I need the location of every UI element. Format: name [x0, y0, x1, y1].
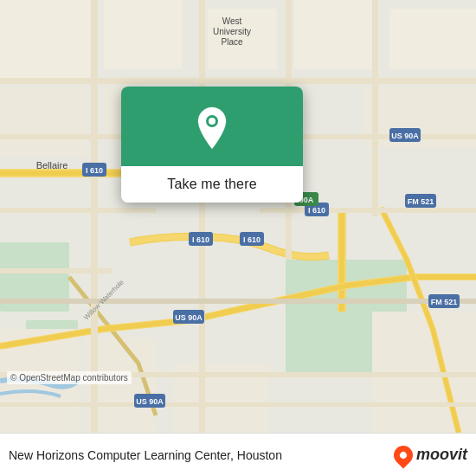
svg-text:Place: Place	[221, 37, 242, 47]
svg-rect-21	[199, 0, 205, 433]
svg-text:US 90A: US 90A	[136, 397, 164, 406]
map-svg: West University Place Bellaire I 610 I 6…	[0, 0, 476, 433]
svg-rect-19	[339, 208, 344, 312]
svg-rect-5	[104, 0, 182, 69]
svg-rect-4	[0, 0, 95, 78]
svg-rect-7	[294, 0, 372, 69]
svg-text:I 610: I 610	[308, 206, 325, 215]
svg-text:I 610: I 610	[243, 235, 261, 244]
svg-rect-9	[0, 87, 87, 156]
svg-text:US 90A: US 90A	[391, 132, 419, 140]
svg-rect-31	[0, 402, 476, 407]
moovit-logo-icon	[389, 441, 416, 468]
location-label: New Horizons Computer Learning Center, H…	[9, 448, 387, 462]
svg-text:FM 521: FM 521	[408, 197, 434, 206]
svg-point-58	[209, 118, 215, 125]
svg-rect-24	[0, 78, 476, 84]
svg-rect-27	[260, 208, 476, 213]
svg-text:FM 521: FM 521	[431, 298, 458, 306]
map-copyright: © OpenStreetMap contributors	[7, 371, 132, 384]
moovit-logo-text: moovit	[416, 446, 467, 464]
take-me-there-button[interactable]: Take me there	[121, 166, 303, 203]
svg-text:I 610: I 610	[86, 166, 103, 175]
location-pin-icon	[193, 106, 231, 151]
location-popup: Take me there	[121, 87, 303, 203]
popup-header	[121, 87, 303, 166]
svg-rect-26	[0, 208, 156, 213]
bottom-bar: New Horizons Computer Learning Center, H…	[0, 433, 476, 476]
svg-rect-23	[372, 0, 378, 216]
svg-text:West: West	[222, 16, 242, 26]
svg-rect-28	[0, 268, 113, 273]
svg-rect-8	[389, 9, 476, 69]
svg-text:US 90A: US 90A	[175, 313, 203, 322]
moovit-logo: moovit	[394, 446, 467, 465]
svg-rect-29	[0, 299, 476, 304]
svg-text:Bellaire: Bellaire	[36, 160, 68, 170]
svg-text:I 610: I 610	[192, 235, 209, 244]
svg-rect-20	[91, 0, 98, 433]
map-area: West University Place Bellaire I 610 I 6…	[0, 0, 476, 433]
svg-text:University: University	[213, 27, 251, 36]
